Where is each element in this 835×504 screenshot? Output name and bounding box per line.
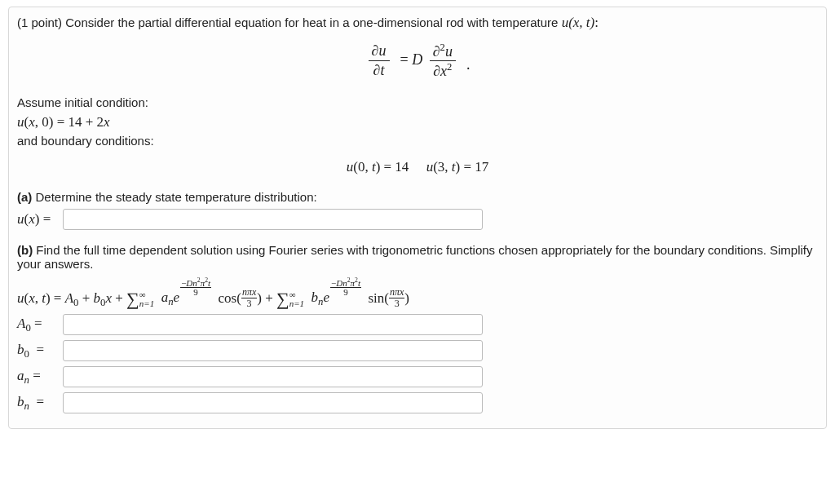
assume-ic-label: Assume initial condition: [17, 95, 818, 109]
answer-row-an: an = [17, 366, 818, 387]
part-a: (a) Determine the steady state temperatu… [17, 190, 818, 204]
answer-row-bn: bn = [17, 392, 818, 413]
answer-row-A0: A0 = [17, 314, 818, 335]
part-b-label: (b) [17, 243, 33, 257]
part-b-text: Find the full time dependent solution us… [17, 243, 813, 271]
bc-left: u(0, t) = 14 [347, 159, 409, 175]
bn-input[interactable] [63, 392, 483, 413]
b0-input[interactable] [63, 340, 483, 361]
bc-right: u(3, t) = 17 [426, 159, 489, 175]
bn-label: bn = [17, 394, 58, 413]
question-intro: (1 point) Consider the partial different… [17, 12, 818, 33]
series-equation: u(x, t) = A0 + b0x + ∑∞n=1 ane−Dn2π2t9 c… [17, 277, 818, 310]
and-bc-label: and boundary conditions: [17, 134, 818, 148]
an-label: an = [17, 368, 58, 387]
answer-row-ux: u(x) = [17, 209, 818, 230]
ux-label: u(x) = [17, 211, 58, 228]
ic-equation: u(x, 0) = 14 + 2x [17, 114, 818, 130]
colon: : [594, 15, 599, 30]
A0-label: A0 = [17, 316, 58, 334]
ux-input[interactable] [63, 209, 483, 230]
question-container: (1 point) Consider the partial different… [8, 7, 827, 429]
points-label: (1 point) [17, 15, 62, 29]
u-xt: u(x, t) [562, 15, 595, 30]
part-b: (b) Find the full time dependent solutio… [17, 243, 818, 271]
answer-row-b0: b0 = [17, 340, 818, 361]
pde-equation: ∂u ∂t = D ∂2u ∂x2 . [17, 42, 818, 81]
part-a-label: (a) [17, 190, 32, 204]
b0-label: b0 = [17, 342, 58, 360]
part-a-text: Determine the steady state temperature d… [36, 190, 317, 204]
A0-input[interactable] [63, 314, 483, 335]
intro-text: Consider the partial differential equati… [65, 15, 561, 29]
bc-equations: u(0, t) = 14 u(3, t) = 17 [17, 159, 818, 175]
an-input[interactable] [63, 366, 483, 387]
